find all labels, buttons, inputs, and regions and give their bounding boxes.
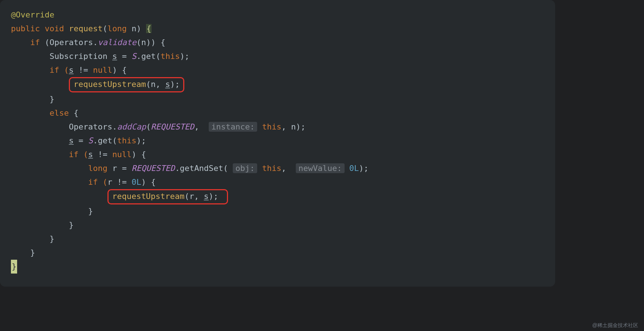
var-s: s — [112, 52, 117, 61]
close-brace: } — [30, 248, 35, 257]
code-line-4: Subscription s = S.get(this); — [11, 49, 555, 63]
code-line-18: } — [11, 232, 555, 246]
watermark: @稀土掘金技术社区 — [592, 322, 638, 329]
indent — [11, 178, 88, 187]
indent — [11, 108, 50, 117]
param-hint-instance: instance: — [209, 122, 257, 132]
indent — [11, 234, 50, 243]
comma: , — [282, 122, 291, 131]
param-hint-obj: obj: — [233, 163, 257, 173]
code-line-19: } — [11, 246, 555, 260]
class-operators: Operators — [50, 38, 93, 47]
field-S: S — [88, 136, 93, 145]
space — [345, 164, 349, 173]
paren-close: ); — [296, 122, 306, 131]
kw-this: this — [161, 52, 180, 61]
kw-if: if ( — [50, 65, 69, 75]
kw-void: void — [45, 24, 64, 33]
call-get: .get( — [93, 136, 117, 145]
literal-0L: 0L — [349, 164, 359, 173]
field-REQUESTED: REQUESTED — [151, 122, 194, 131]
code-line-7: } — [11, 92, 555, 106]
paren: ( — [45, 38, 50, 47]
indent — [11, 80, 69, 89]
paren-brace: ) { — [131, 150, 146, 159]
line-end: ); — [180, 52, 190, 61]
indent — [11, 38, 30, 47]
kw-long: long — [107, 24, 127, 33]
class-operators: Operators — [69, 122, 112, 131]
code-line-12: long r = REQUESTED.getAndSet( obj: this,… — [11, 161, 555, 175]
op-ne: != — [74, 65, 93, 75]
var-r: r — [107, 178, 112, 187]
call-get: .get( — [136, 52, 160, 61]
indent — [11, 150, 69, 159]
arg-n: n — [151, 80, 156, 89]
var-r: r — [112, 164, 117, 173]
space — [127, 24, 131, 33]
call-getAndSet: .getAndSet( — [175, 164, 228, 173]
code-line-9: Operators.addCap(REQUESTED, instance: th… — [11, 120, 555, 134]
code-line-13: if (r != 0L) { — [11, 175, 555, 189]
paren-close: ); — [170, 80, 180, 89]
code-line-16: } — [11, 218, 555, 232]
indent — [11, 122, 69, 131]
paren-close: ) — [136, 24, 146, 33]
code-line-10: s = S.get(this); — [11, 134, 555, 148]
indent — [11, 136, 69, 145]
paren: ( — [146, 80, 151, 89]
call-requestUpstream: requestUpstream — [74, 80, 146, 89]
highlight-box-2: requestUpstream(r, s); — [107, 189, 228, 204]
kw-public: public — [11, 24, 40, 33]
comma: , — [282, 164, 291, 173]
open-brace: { — [74, 108, 78, 117]
paren-brace: ) { — [141, 178, 156, 187]
indent — [11, 192, 107, 201]
arg-s: s — [204, 192, 209, 201]
code-line-8: else { — [11, 106, 555, 120]
indent — [11, 164, 88, 173]
code-line-20: } — [11, 260, 555, 274]
indent — [11, 207, 88, 216]
paren-brace: ) { — [112, 65, 127, 75]
arg-r: r — [189, 192, 194, 201]
space — [107, 164, 112, 173]
indent — [11, 65, 50, 75]
method-validate: validate — [98, 38, 136, 47]
assign: = — [74, 136, 88, 145]
line-end: ); — [136, 136, 146, 145]
code-line-1: @Override — [11, 8, 555, 22]
space — [257, 122, 262, 131]
op-ne: != — [112, 178, 131, 187]
comma: , — [156, 80, 165, 89]
annotation: @Override — [11, 10, 54, 19]
field-S: S — [131, 52, 136, 61]
kw-else: else — [50, 108, 74, 117]
dot: . — [93, 38, 98, 47]
method-addCap: addCap — [117, 122, 146, 131]
indent — [11, 220, 69, 230]
call-requestUpstream: requestUpstream — [112, 192, 185, 201]
indent — [11, 248, 30, 257]
paren-close: ); — [359, 164, 369, 173]
close-brace: } — [50, 234, 54, 243]
arg-s: s — [165, 80, 170, 89]
space — [257, 164, 262, 173]
assign: = — [117, 52, 131, 61]
code-line-5: if (s != null) { — [11, 63, 555, 77]
kw-this: this — [117, 136, 136, 145]
paren-close: ); — [209, 192, 219, 201]
close-brace: } — [69, 220, 74, 230]
kw-this: this — [262, 122, 282, 131]
dot: . — [112, 122, 117, 131]
paren: ( — [185, 192, 189, 201]
code-editor[interactable]: { "watermark":"@稀土掘金技术社区", "code":{ "l1_… — [0, 0, 555, 287]
comma: , — [194, 192, 204, 201]
param-n: n — [131, 24, 136, 33]
code-line-3: if (Operators.validate(n)) { — [11, 36, 555, 49]
paren-close-brace: )) { — [146, 38, 165, 47]
close-brace-highlight: } — [11, 260, 17, 274]
code-line-11: if (s != null) { — [11, 148, 555, 161]
op-ne: != — [93, 150, 112, 159]
kw-null: null — [93, 65, 112, 75]
